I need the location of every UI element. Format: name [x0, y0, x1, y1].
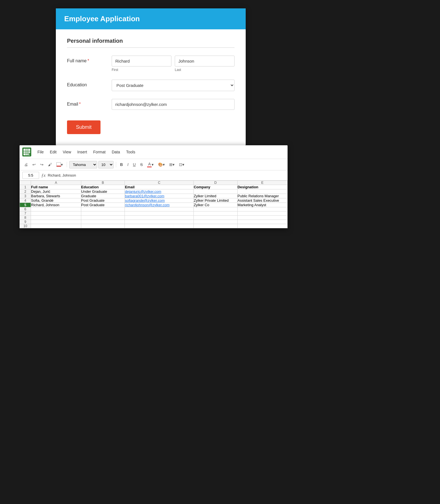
education-field: Under Graduate Graduate Post Graduate Do… [112, 80, 235, 91]
print-button[interactable]: 🖨 [22, 161, 30, 168]
cell-4c[interactable]: sofiagrande@zylker.com [125, 198, 193, 203]
table-row: 7 [20, 211, 288, 216]
menu-file[interactable]: File [35, 149, 47, 155]
cell-7b[interactable] [81, 211, 125, 216]
cell-2b[interactable]: Under Graduate [81, 189, 125, 194]
borders-button[interactable]: ⊞▾ [168, 161, 176, 168]
cell-3a[interactable]: Barbara, Stewarts [31, 194, 81, 198]
italic-button[interactable]: I [126, 161, 130, 168]
email-link-5[interactable]: richardjohnson@zylker.com [125, 203, 169, 207]
menu-data[interactable]: Data [109, 149, 123, 155]
cell-7e[interactable] [237, 211, 287, 216]
menu-format[interactable]: Format [90, 149, 108, 155]
cell-4d[interactable]: Zylker Private Limited [193, 198, 237, 203]
cell-5d[interactable]: Zylker Co [193, 203, 237, 207]
col-header-d: D [193, 181, 237, 185]
cell-7d[interactable] [193, 211, 237, 216]
row-num-6: 6 [20, 207, 31, 211]
cell-1c[interactable]: Email [125, 185, 193, 189]
cell-10e[interactable] [237, 224, 287, 228]
cell-10b[interactable] [81, 224, 125, 228]
cell-10c[interactable] [125, 224, 193, 228]
cell-8d[interactable] [193, 216, 237, 220]
cell-1b[interactable]: Education [81, 185, 125, 189]
form-title: Employee Application [64, 15, 237, 23]
separator-2 [116, 162, 116, 167]
cell-3c[interactable]: barbara001@zylker.com [125, 194, 193, 198]
email-link-2[interactable]: dejanjuric@zylker.com [125, 189, 161, 194]
cell-9e[interactable] [237, 220, 287, 224]
menu-edit[interactable]: Edit [47, 149, 59, 155]
email-link-3[interactable]: barbara001@zylker.com [125, 194, 164, 198]
education-select[interactable]: Under Graduate Graduate Post Graduate Do… [112, 80, 235, 91]
cell-3e[interactable]: Public Relations Manager [237, 194, 287, 198]
font-select[interactable]: Tahoma [69, 161, 97, 168]
cell-6c[interactable] [125, 207, 193, 211]
email-row: Email* [67, 99, 235, 110]
paint-format-button[interactable]: 🖌 [46, 161, 54, 168]
cell-6d[interactable] [193, 207, 237, 211]
redo-button[interactable]: ↪ [39, 161, 45, 168]
cell-9c[interactable] [125, 220, 193, 224]
cell-8a[interactable] [31, 216, 81, 220]
row-num-3: 3 [20, 194, 31, 198]
cell-2d[interactable] [193, 189, 237, 194]
col-header-c: C [125, 181, 193, 185]
cell-6b[interactable] [81, 207, 125, 211]
email-label: Email* [67, 99, 112, 107]
undo-button[interactable]: ↩ [31, 161, 37, 168]
cell-4a[interactable]: Sofia, Grandé [31, 198, 81, 203]
cell-9d[interactable] [193, 220, 237, 224]
cell-1e[interactable]: Designation [237, 185, 287, 189]
last-name-input[interactable] [175, 56, 235, 66]
cell-5e[interactable]: Marketing Analyst [237, 203, 287, 207]
email-link-4[interactable]: sofiagrande@zylker.com [125, 198, 165, 203]
bold-button[interactable]: B [118, 161, 125, 168]
bg-color-button[interactable]: 🎨▾ [156, 161, 166, 168]
strikethrough-button[interactable]: S [138, 161, 144, 168]
row-num-4: 4 [20, 198, 31, 203]
cell-8b[interactable] [81, 216, 125, 220]
cell-8c[interactable] [125, 216, 193, 220]
underline-button[interactable]: U [131, 161, 137, 168]
cell-10a[interactable] [31, 224, 81, 228]
menu-bar: File Edit View Insert Format Data Tools [20, 145, 288, 159]
cell-8e[interactable] [237, 216, 287, 220]
font-color-button[interactable]: A ▾ [145, 161, 155, 168]
cell-7a[interactable] [31, 211, 81, 216]
submit-button[interactable]: Submit [67, 120, 101, 134]
cell-9a[interactable] [31, 220, 81, 224]
fill-color-button[interactable]: ▾ [55, 161, 64, 168]
cell-3b[interactable]: Graduate [81, 194, 125, 198]
cell-1a[interactable]: Full name [31, 185, 81, 189]
cell-reference[interactable]: 5:5 [22, 172, 39, 179]
menu-insert[interactable]: Insert [75, 149, 90, 155]
cell-5c[interactable]: richardjohnson@zylker.com [125, 203, 193, 207]
menu-view[interactable]: View [60, 149, 74, 155]
cell-3d[interactable]: Zylker Limited [193, 194, 237, 198]
email-input[interactable] [112, 99, 235, 110]
merge-button[interactable]: ⊡▾ [177, 161, 186, 168]
row-num-10: 10 [20, 224, 31, 228]
col-header-b: B [81, 181, 125, 185]
cell-2c[interactable]: dejanjuric@zylker.com [125, 189, 193, 194]
cell-6a[interactable] [31, 207, 81, 211]
cell-7c[interactable] [125, 211, 193, 216]
cell-2a[interactable]: Dejan, Jurić [31, 189, 81, 194]
cell-4b[interactable]: Post Graduate [81, 198, 125, 203]
cell-6e[interactable] [237, 207, 287, 211]
cell-9b[interactable] [81, 220, 125, 224]
full-name-row: Full name* First Last [67, 56, 235, 72]
full-name-label: Full name* [67, 56, 112, 63]
table-row: 9 [20, 220, 288, 224]
cell-4e[interactable]: Assistant Sales Executive [237, 198, 287, 203]
cell-5a[interactable]: Richard, Johnson [31, 203, 81, 207]
spreadsheet-grid: A B C D E 1 Full name Education Email Co… [20, 180, 288, 228]
first-name-input[interactable] [112, 56, 171, 66]
font-size-select[interactable]: 10 12 14 [98, 161, 114, 168]
cell-5b[interactable]: Post Graduate [81, 203, 125, 207]
menu-tools[interactable]: Tools [123, 149, 138, 155]
cell-2e[interactable] [237, 189, 287, 194]
cell-1d[interactable]: Company [193, 185, 237, 189]
cell-10d[interactable] [193, 224, 237, 228]
